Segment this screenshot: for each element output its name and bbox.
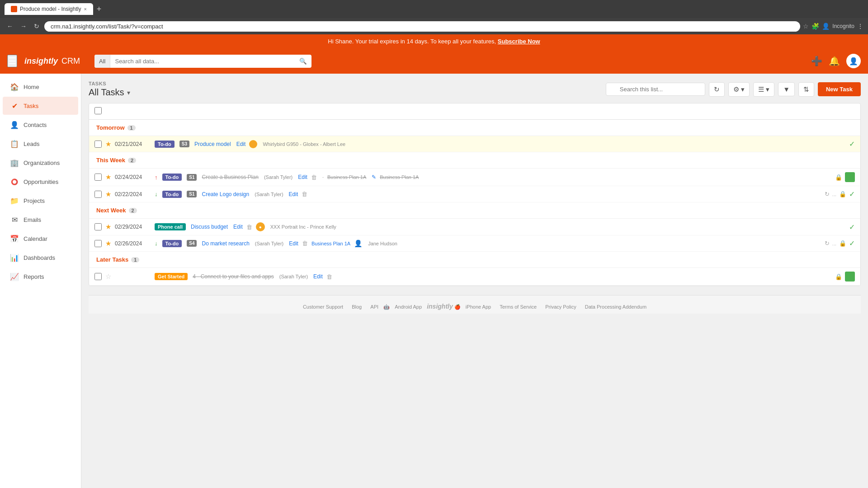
sidebar-item-reports[interactable]: 📈 Reports	[3, 267, 78, 286]
bookmark-icon[interactable]: ☆	[803, 23, 809, 30]
task-checkbox[interactable]	[94, 191, 102, 198]
all-tasks-dropdown-arrow[interactable]: ▾	[127, 89, 130, 96]
task-link[interactable]: Business Plan 1A	[327, 174, 366, 180]
task-edit-link[interactable]: Edit	[289, 191, 298, 197]
task-checkbox[interactable]	[94, 240, 102, 247]
delete-icon[interactable]: 🗑	[326, 273, 332, 280]
green-complete-box[interactable]	[845, 272, 855, 282]
task-star-icon[interactable]: ★	[105, 223, 111, 231]
sidebar-label-projects: Projects	[24, 197, 45, 204]
edit-link-icon[interactable]: ✎	[372, 174, 376, 180]
forward-button[interactable]: →	[18, 22, 29, 31]
section-count-later: 1	[131, 257, 139, 263]
footer-link-blog[interactable]: Blog	[352, 304, 362, 310]
select-all-checkbox[interactable]	[94, 107, 102, 114]
footer-link-tos[interactable]: Terms of Service	[500, 304, 537, 310]
sidebar-item-contacts[interactable]: 👤 Contacts	[3, 116, 78, 134]
top-nav: ☰ insightly CRM All 🔍 ➕ 🔔 👤	[0, 48, 868, 74]
task-edit-link[interactable]: Edit	[289, 240, 298, 247]
task-name-link[interactable]: Create Logo design	[202, 191, 249, 197]
sidebar-item-tasks[interactable]: ✔ Tasks	[3, 97, 78, 115]
section-header-tomorrow: Tomorrow 1	[89, 120, 860, 136]
task-edit-link[interactable]: Edit	[313, 273, 323, 280]
subscribe-link[interactable]: Subscribe Now	[498, 38, 540, 45]
task-checkbox[interactable]	[94, 141, 102, 148]
footer-link-privacy[interactable]: Privacy Policy	[545, 304, 576, 310]
sidebar-item-projects[interactable]: 📁 Projects	[3, 192, 78, 210]
sidebar-item-emails[interactable]: ✉ Emails	[3, 211, 78, 229]
footer: Customer Support Blog API 🤖 Android App …	[89, 295, 861, 314]
home-icon: 🏠	[10, 82, 19, 91]
hamburger-menu[interactable]: ☰	[7, 55, 17, 67]
green-complete-box[interactable]	[845, 172, 855, 182]
sidebar-item-organizations[interactable]: 🏢 Organizations	[3, 154, 78, 172]
extension-icon[interactable]: 🧩	[811, 23, 819, 30]
new-task-button[interactable]: New Task	[818, 82, 861, 96]
avatar[interactable]: 👤	[846, 54, 861, 68]
opportunities-icon: ⭕	[10, 177, 19, 186]
refresh-button[interactable]: ↻	[32, 22, 42, 31]
sidebar-item-dashboards[interactable]: 📊 Dashboards	[3, 249, 78, 267]
task-name-link[interactable]: Discuss budget	[191, 224, 228, 230]
task-link[interactable]: Business Plan 1A	[311, 241, 350, 246]
sidebar-item-leads[interactable]: 📋 Leads	[3, 135, 78, 153]
task-star-icon[interactable]: ☆	[105, 272, 111, 281]
dots: ...	[832, 192, 836, 197]
address-input[interactable]	[44, 21, 800, 32]
search-submit-button[interactable]: 🔍	[295, 55, 311, 68]
person-icon: 👤	[354, 239, 363, 248]
delete-icon[interactable]: 🗑	[311, 174, 317, 181]
delete-icon[interactable]: 🗑	[246, 224, 252, 230]
search-all-button[interactable]: All	[94, 55, 110, 68]
filter-button[interactable]: ▼	[778, 82, 795, 96]
task-star-icon[interactable]: ★	[105, 173, 111, 181]
task-star-icon[interactable]: ★	[105, 190, 111, 198]
refresh-list-button[interactable]: ↻	[709, 82, 725, 97]
delete-icon[interactable]: 🗑	[302, 191, 307, 197]
task-name-link[interactable]: Create a Business Plan	[202, 174, 258, 180]
task-list-container: Tomorrow 1 ★ 02/21/2024 To-do S3 Produce…	[89, 103, 861, 286]
task-name-link[interactable]: Do market research	[202, 240, 249, 247]
search-input[interactable]	[110, 55, 295, 68]
check-done-icon[interactable]: ✓	[849, 140, 855, 148]
check-done-icon[interactable]: ✓	[849, 223, 855, 231]
task-meta: ·	[322, 174, 324, 180]
task-name-link[interactable]: Produce model	[194, 141, 231, 147]
sidebar-item-home[interactable]: 🏠 Home	[3, 78, 78, 96]
task-edit-link[interactable]: Edit	[236, 141, 246, 147]
task-actions-right: ↻ ... 🔒 ✓	[825, 239, 855, 248]
profile-icon[interactable]: 👤	[822, 23, 830, 30]
delete-icon[interactable]: 🗑	[302, 240, 308, 247]
reports-icon: 📈	[10, 272, 19, 281]
browser-tab[interactable]: Produce model - Insightly ×	[5, 3, 93, 15]
sidebar-item-opportunities[interactable]: ⭕ Opportunities	[3, 173, 78, 191]
task-checkbox[interactable]	[94, 174, 102, 181]
new-tab-button[interactable]: +	[97, 5, 102, 14]
notifications-button[interactable]: 🔔	[829, 56, 840, 66]
footer-link-iphone[interactable]: iPhone App	[466, 304, 491, 310]
check-done-icon[interactable]: ✓	[849, 239, 855, 248]
view-toggle-button[interactable]: ☰ ▾	[753, 82, 774, 97]
task-checkbox[interactable]	[94, 223, 102, 230]
footer-link-support[interactable]: Customer Support	[303, 304, 343, 310]
task-edit-link[interactable]: Edit	[233, 224, 243, 230]
footer-link-dpa[interactable]: Data Processing Addendum	[585, 304, 646, 310]
task-name-link[interactable]: 4 - Connect to your files and apps	[193, 273, 274, 280]
footer-link-android[interactable]: Android App	[395, 304, 422, 310]
task-link2[interactable]: Business Plan 1A	[380, 174, 419, 180]
sort-button[interactable]: ⇅	[798, 82, 814, 97]
task-edit-link[interactable]: Edit	[298, 174, 307, 180]
settings-button[interactable]: ⚙ ▾	[728, 82, 750, 97]
menu-icon[interactable]: ⋮	[857, 23, 863, 30]
projects-icon: 📁	[10, 196, 19, 205]
back-button[interactable]: ←	[5, 22, 15, 31]
sidebar-item-calendar[interactable]: 📅 Calendar	[3, 230, 78, 248]
add-button[interactable]: ➕	[811, 56, 822, 66]
footer-link-api[interactable]: API	[370, 304, 378, 310]
task-star-icon[interactable]: ★	[105, 239, 111, 248]
task-star-icon[interactable]: ★	[105, 140, 111, 148]
task-checkbox[interactable]	[94, 273, 102, 280]
close-tab-icon[interactable]: ×	[84, 6, 86, 12]
check-done-icon[interactable]: ✓	[849, 190, 855, 198]
search-list-input[interactable]	[606, 83, 705, 96]
